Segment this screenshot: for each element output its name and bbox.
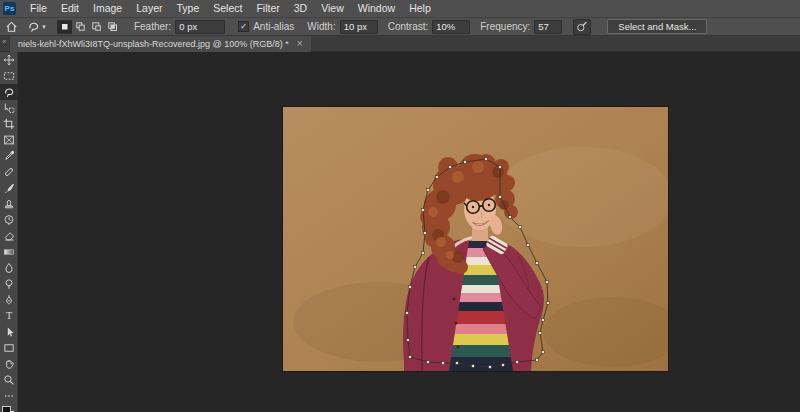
- contrast-label: Contrast:: [388, 21, 429, 32]
- menu-items: FileEditImageLayerTypeSelectFilter3DView…: [23, 0, 438, 17]
- pen-tool[interactable]: [0, 292, 18, 308]
- selection-mode-group: [57, 20, 120, 34]
- edit-toolbar[interactable]: [0, 388, 18, 404]
- selection-anchor: [489, 366, 492, 369]
- subtract-from-selection-button[interactable]: [89, 20, 104, 34]
- path-selection-tool[interactable]: [0, 324, 18, 340]
- width-label: Width:: [307, 21, 335, 32]
- menu-item-edit[interactable]: Edit: [54, 0, 86, 17]
- dodge-tool[interactable]: [0, 276, 18, 292]
- menu-item-layer[interactable]: Layer: [129, 0, 169, 17]
- anti-alias-checkbox[interactable]: ✓: [238, 21, 249, 32]
- frame-tool[interactable]: [0, 132, 18, 148]
- selection-anchor: [472, 365, 475, 368]
- selection-anchor: [536, 262, 539, 265]
- intersect-selection-button[interactable]: [105, 20, 120, 34]
- frequency-input[interactable]: [534, 20, 562, 34]
- blur-tool[interactable]: [0, 260, 18, 276]
- contrast-input[interactable]: [432, 20, 470, 34]
- menu-item-select[interactable]: Select: [206, 0, 249, 17]
- chevron-down-icon: ▼: [41, 24, 47, 30]
- selection-anchor: [427, 361, 430, 364]
- feather-label: Feather:: [134, 21, 171, 32]
- hand-tool[interactable]: [0, 356, 18, 372]
- add-to-selection-button[interactable]: [73, 20, 88, 34]
- selection-anchor: [546, 281, 549, 284]
- selection-anchor: [409, 356, 412, 359]
- menu-bar: Ps FileEditImageLayerTypeSelectFilter3DV…: [0, 0, 800, 18]
- svg-text:T: T: [5, 310, 12, 321]
- selection-anchor: [436, 176, 439, 179]
- menu-item-filter[interactable]: Filter: [249, 0, 286, 17]
- selection-anchor: [539, 332, 542, 335]
- spot-healing-brush-tool[interactable]: [0, 164, 18, 180]
- selection-anchor: [527, 244, 530, 247]
- selection-anchor: [409, 286, 412, 289]
- selection-anchor: [547, 302, 550, 305]
- photoshop-logo-icon[interactable]: Ps: [3, 2, 16, 15]
- feather-input[interactable]: [175, 20, 225, 34]
- selection-anchor: [502, 364, 505, 367]
- move-tool[interactable]: [0, 52, 18, 68]
- history-brush-tool[interactable]: [0, 212, 18, 228]
- panel-collapse-icon[interactable]: «: [2, 37, 6, 46]
- menu-item-3d[interactable]: 3D: [287, 0, 314, 17]
- eyedropper-tool[interactable]: [0, 148, 18, 164]
- selection-anchor: [422, 252, 425, 255]
- rectangular-marquee-tool[interactable]: [0, 68, 18, 84]
- menu-item-image[interactable]: Image: [86, 0, 129, 17]
- selection-anchor: [442, 362, 445, 365]
- home-icon[interactable]: [5, 20, 18, 33]
- selection-anchor: [516, 361, 519, 364]
- selection-anchor: [542, 319, 545, 322]
- canvas-area[interactable]: [18, 52, 800, 412]
- selection-anchor: [424, 232, 427, 235]
- tablet-pressure-button[interactable]: [573, 19, 591, 35]
- type-tool[interactable]: T: [0, 308, 18, 324]
- crop-tool[interactable]: [0, 116, 18, 132]
- new-selection-button[interactable]: [57, 20, 72, 34]
- selection-anchor: [485, 158, 488, 161]
- select-and-mask-button[interactable]: Select and Mask...: [607, 19, 707, 34]
- photoshop-window: Ps FileEditImageLayerTypeSelectFilter3DV…: [0, 0, 800, 412]
- brush-tool[interactable]: [0, 180, 18, 196]
- tools-panel: T: [0, 52, 18, 412]
- menu-item-file[interactable]: File: [23, 0, 54, 17]
- magnetic-lasso-tool-preset-icon[interactable]: ▼: [27, 20, 47, 33]
- selection-anchor: [542, 351, 545, 354]
- selection-anchor: [449, 166, 452, 169]
- menu-item-window[interactable]: Window: [351, 0, 402, 17]
- document-tab[interactable]: niels-kehl-fXhWli3I8TQ-unsplash-Recovere…: [10, 36, 311, 52]
- foreground-color-swatch[interactable]: [2, 406, 11, 412]
- eraser-tool[interactable]: [0, 228, 18, 244]
- zoom-tool[interactable]: [0, 372, 18, 388]
- frequency-label: Frequency:: [480, 21, 530, 32]
- selection-anchor: [464, 161, 467, 164]
- selection-anchor: [406, 312, 409, 315]
- selection-anchor: [456, 362, 459, 365]
- gradient-tool[interactable]: [0, 244, 18, 260]
- selection-anchor: [499, 196, 502, 199]
- tab-bar: « niels-kehl-fXhWli3I8TQ-unsplash-Recove…: [0, 36, 800, 52]
- selection-anchor: [407, 339, 410, 342]
- clone-stamp-tool[interactable]: [0, 196, 18, 212]
- document-title: niels-kehl-fXhWli3I8TQ-unsplash-Recovere…: [18, 39, 289, 49]
- menu-item-help[interactable]: Help: [402, 0, 438, 17]
- menu-item-view[interactable]: View: [314, 0, 351, 17]
- selection-anchor: [509, 216, 512, 219]
- color-swatches: [2, 406, 15, 412]
- selection-anchor: [499, 166, 502, 169]
- selection-anchor: [519, 226, 522, 229]
- selection-anchor: [414, 266, 417, 269]
- width-input[interactable]: [340, 20, 378, 34]
- rectangle-tool[interactable]: [0, 340, 18, 356]
- options-bar: ▼ Feather: ✓ Anti-alias Width: Contrast:…: [0, 18, 800, 36]
- anti-alias-label: Anti-alias: [253, 21, 294, 32]
- tab-close-icon[interactable]: ×: [297, 39, 303, 49]
- magnetic-lasso-tool[interactable]: [0, 84, 18, 100]
- menu-item-type[interactable]: Type: [169, 0, 206, 17]
- selection-anchor: [427, 189, 430, 192]
- object-selection-tool[interactable]: [0, 100, 18, 116]
- selection-anchor: [536, 359, 539, 362]
- photo-document[interactable]: [283, 107, 668, 371]
